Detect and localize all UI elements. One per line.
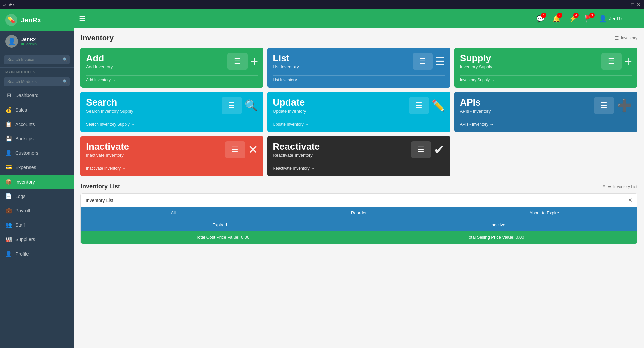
card-arrow-supply: → [491, 78, 495, 82]
close-btn[interactable]: ✕ [637, 2, 641, 7]
sidebar-item-inventory[interactable]: 📦 Inventory [0, 175, 74, 189]
messages-btn[interactable]: 💬 1 [534, 13, 546, 25]
module-card-search[interactable]: Search Search Inventory Supply ☰ 🔍 Searc… [80, 92, 263, 132]
topbar-user[interactable]: 👤 JenRx [599, 15, 623, 23]
notifications-badge: 4 [557, 13, 562, 18]
card-text-search: Search Search Inventory Supply [86, 97, 133, 114]
card-icons-search: ☰ 🔍 [222, 97, 258, 114]
card-subtitle-supply: Inventory Supply [460, 64, 492, 69]
user-role: admin [21, 42, 37, 46]
filter-tab-all[interactable]: All [81, 207, 266, 219]
card-edit-icon-update: ✏️ [432, 99, 445, 112]
sidebar-item-profile[interactable]: 👤 Profile [0, 247, 74, 261]
maximize-btn[interactable]: □ [631, 2, 634, 7]
nav-label-staff: Staff [15, 222, 25, 228]
nav-icon-expenses: 💳 [5, 164, 12, 170]
flags-btn[interactable]: 🚩 3 [583, 13, 595, 25]
messages-badge: 1 [541, 13, 546, 18]
breadcrumb: ☰ Inventory [614, 35, 637, 41]
card-top-add: Add Add Inventory ☰ + [86, 53, 258, 70]
main-modules-label: MAIN MODULES [0, 68, 74, 75]
module-card-apis[interactable]: APIs APIs - Inventory ☰ ➕ APIs - Invento… [454, 92, 637, 132]
content-area: Inventory ☰ Inventory Add Add Inventory … [74, 28, 644, 348]
sidebar-item-logs[interactable]: 📄 Logs [0, 189, 74, 203]
card-subtitle-inactivate: Inactivate Inventory [86, 153, 129, 158]
sidebar-item-customers[interactable]: 👤 Customers [0, 146, 74, 160]
filter-tab-about-to-expire[interactable]: About to Expire [451, 207, 637, 219]
search-invoice-input[interactable] [4, 55, 70, 64]
module-card-inactivate[interactable]: Inactivate Inactivate Inventory ☰ ✕ Inac… [80, 136, 263, 176]
module-card-update[interactable]: Update Update Inventory ☰ ✏️ Update Inve… [267, 92, 450, 132]
card-top-inactivate: Inactivate Inactivate Inventory ☰ ✕ [86, 141, 258, 158]
sidebar-item-dashboard[interactable]: ⊞ Dashboard [0, 88, 74, 102]
card-title-update: Update [273, 97, 306, 108]
sidebar-item-payroll[interactable]: 💼 Payroll [0, 203, 74, 218]
breadcrumb-icon: ☰ [614, 35, 619, 41]
card-top-supply: Supply Inventory Supply ☰ + [460, 53, 632, 70]
grid-view-icon[interactable]: ⊞ [602, 184, 606, 189]
card-text-add: Add Add Inventory [86, 53, 113, 69]
title-bar: JenRx — □ ✕ [0, 0, 644, 9]
share-btn[interactable]: ⋯ [627, 13, 639, 25]
card-bottom-label-apis: APIs - Inventory [460, 122, 488, 127]
nav-icon-profile: 👤 [5, 251, 12, 257]
user-info: JenRx admin [21, 37, 37, 46]
hamburger-menu[interactable]: ☰ [79, 15, 85, 23]
card-bottom-inactivate: Inactivate Inventory → [86, 164, 258, 171]
module-card-add[interactable]: Add Add Inventory ☰ + Add Inventory → [80, 48, 263, 88]
sidebar-item-accounts[interactable]: 📋 Accounts [0, 117, 74, 131]
nav-label-expenses: Expenses [15, 165, 36, 170]
module-search-container [0, 75, 74, 88]
filter-tab-inactive[interactable]: Inactive [359, 219, 637, 231]
module-card-supply[interactable]: Supply Inventory Supply ☰ + Inventory Su… [454, 48, 637, 88]
module-card-reactivate[interactable]: Reactivate Reactivate Inventory ☰ ✔ Reac… [267, 136, 450, 176]
card-plus-icon-supply: + [624, 54, 632, 69]
list-icon-supply: ☰ [608, 57, 615, 66]
list-icon-list: ☰ [419, 57, 426, 66]
module-card-list[interactable]: List List Inventory ☰ ☰ List Inventory → [267, 48, 450, 88]
topbar-username: JenRx [609, 16, 623, 21]
card-top-update: Update Update Inventory ☰ ✏️ [273, 97, 445, 114]
logo-text: JenRx [21, 16, 41, 24]
card-top-list: List List Inventory ☰ ☰ [273, 53, 445, 70]
alerts-badge: 4 [573, 13, 579, 18]
card-text-list: List List Inventory [273, 53, 299, 69]
nav-label-dashboard: Dashboard [15, 93, 39, 98]
card-icons-apis: ☰ ➕ [594, 97, 632, 114]
card-header-controls: − ✕ [622, 197, 632, 203]
nav-label-suppliers: Suppliers [15, 237, 35, 242]
app-container: 💊 JenRx 👤 JenRx admin MAIN MODULES [0, 9, 644, 348]
nav-icon-staff: 👥 [5, 222, 12, 228]
sidebar-item-suppliers[interactable]: 🏭 Suppliers [0, 232, 74, 247]
close-card-btn[interactable]: ✕ [628, 197, 632, 203]
sidebar-item-staff[interactable]: 👥 Staff [0, 218, 74, 232]
share-icon: ⋯ [629, 15, 636, 23]
inventory-list-section-title: Inventory List [80, 183, 120, 190]
minimize-card-btn[interactable]: − [622, 197, 625, 203]
topbar-right: 💬 1 🔔 4 ⚡ 4 🚩 3 👤 JenRx [534, 13, 639, 25]
card-title-inactivate: Inactivate [86, 141, 129, 152]
list-view-icon[interactable]: ☰ [608, 184, 611, 189]
sidebar-item-sales[interactable]: 💰 Sales [0, 102, 74, 117]
card-subtitle-reactivate: Reactivate Inventory [273, 153, 320, 158]
notifications-btn[interactable]: 🔔 4 [550, 13, 562, 25]
filter-tabs-row1: All Reorder About to Expire [81, 207, 637, 219]
sidebar-item-expenses[interactable]: 💳 Expenses [0, 160, 74, 175]
list-icon-inactivate: ☰ [232, 145, 238, 154]
sidebar-item-backups[interactable]: 💾 Backups [0, 131, 74, 146]
filter-tab-reorder[interactable]: Reorder [266, 207, 452, 219]
card-top-reactivate: Reactivate Reactivate Inventory ☰ ✔ [273, 141, 445, 158]
search-modules-input[interactable] [4, 77, 70, 86]
nav-icon-payroll: 💼 [5, 207, 12, 214]
card-subtitle-search: Search Inventory Supply [86, 109, 133, 114]
app-title: JenRx [3, 2, 15, 7]
window-controls[interactable]: — □ ✕ [624, 2, 641, 7]
user-name: JenRx [21, 37, 37, 42]
sidebar: 💊 JenRx 👤 JenRx admin MAIN MODULES [0, 9, 74, 348]
card-bottom-label-inactivate: Inactivate Inventory [86, 166, 121, 171]
filter-tab-expired[interactable]: Expired [81, 219, 359, 231]
alerts-btn[interactable]: ⚡ 4 [567, 13, 579, 25]
card-bottom-apis: APIs - Inventory → [460, 120, 632, 127]
minimize-btn[interactable]: — [624, 2, 629, 7]
nav-icon-backups: 💾 [5, 135, 12, 142]
